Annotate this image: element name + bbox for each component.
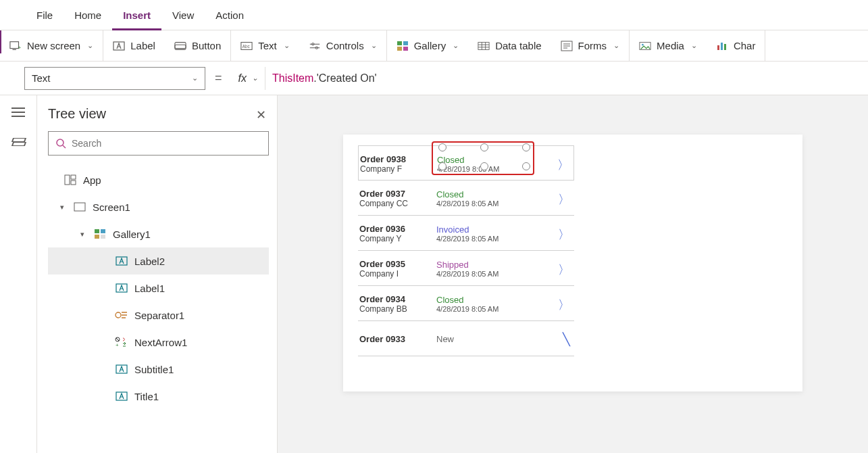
chart-button[interactable]: Char xyxy=(707,30,765,62)
caret-down-icon: ▾ xyxy=(80,230,87,239)
label-icon xyxy=(113,40,125,52)
next-arrow-icon[interactable]: 〉 xyxy=(558,262,570,278)
button-label: Button xyxy=(192,40,221,51)
next-arrow-icon[interactable]: 〉 xyxy=(558,297,570,313)
gallery-row[interactable]: Order 0934Company BBClosed4/28/2019 8:05… xyxy=(358,286,574,321)
tree-label: Gallery1 xyxy=(113,229,151,240)
gallery-row[interactable]: Order 0933New╲ xyxy=(358,321,574,356)
search-box[interactable] xyxy=(48,131,269,156)
order-company: Company Y xyxy=(359,234,436,243)
chevron-down-icon: ⌄ xyxy=(691,41,697,50)
svg-rect-0 xyxy=(10,41,19,48)
tree-label: App xyxy=(83,174,101,186)
gallery-preview[interactable]: Order 0938Company FClosed4/28/2019 8:05 … xyxy=(358,145,574,356)
chevron-down-icon: ⌄ xyxy=(613,41,619,50)
order-company: Company F xyxy=(360,164,437,174)
text-button[interactable]: Abc Text ⌄ xyxy=(231,30,299,62)
next-arrow-icon[interactable]: 〉 xyxy=(557,157,569,173)
main-area: Tree view ✕ App ▾ Screen1 ▾ Gallery1 Lab… xyxy=(0,95,868,453)
tree-label: Subtitle1 xyxy=(134,364,174,375)
order-id: Order 0937 xyxy=(359,189,436,199)
search-input[interactable] xyxy=(72,138,261,149)
close-icon[interactable]: ✕ xyxy=(256,108,266,122)
gallery-label: Gallery xyxy=(414,40,446,51)
gallery-row[interactable]: Order 0937Company CCClosed4/28/2019 8:05… xyxy=(358,181,574,216)
tree-node-nextarrow1[interactable]: +NextArrow1 xyxy=(48,329,269,356)
formula-input[interactable]: ThisItem.'Created On' xyxy=(265,72,377,85)
fx-button[interactable]: fx⌄ xyxy=(232,67,265,90)
tree-node-subtitle1[interactable]: Subtitle1 xyxy=(48,356,269,383)
forms-label: Forms xyxy=(578,40,607,51)
forms-button[interactable]: Forms ⌄ xyxy=(551,30,630,62)
tree-label: Screen1 xyxy=(93,201,130,213)
gallery-row[interactable]: Order 0936Company YInvoiced4/28/2019 8:0… xyxy=(358,216,574,251)
label-button[interactable]: Label xyxy=(103,30,165,62)
formula-token-rest: .'Created On' xyxy=(313,72,376,84)
label-icon xyxy=(114,282,129,294)
tree-node-label2[interactable]: Label2 xyxy=(48,247,269,275)
svg-point-42 xyxy=(116,312,121,318)
gallery-icon xyxy=(93,228,107,240)
button-button[interactable]: Button xyxy=(165,30,230,62)
order-id: Order 0933 xyxy=(359,334,436,344)
media-button[interactable]: Media ⌄ xyxy=(630,30,707,62)
datatable-button[interactable]: Data table xyxy=(468,30,551,62)
formula-bar: Text ⌄ = fx⌄ ThisItem.'Created On' xyxy=(0,62,868,95)
arr-icon: + xyxy=(114,336,129,348)
gallery-icon xyxy=(397,40,409,52)
chevron-down-icon: ⌄ xyxy=(284,41,290,50)
next-arrow-icon[interactable]: 〉 xyxy=(558,191,570,208)
tree-node-separator1[interactable]: Separator1 xyxy=(48,302,269,329)
svg-rect-29 xyxy=(724,44,726,50)
controls-button[interactable]: Controls ⌄ xyxy=(299,30,386,62)
svg-rect-13 xyxy=(403,41,408,45)
order-company: Company CC xyxy=(359,199,436,208)
caret-down-icon: ▾ xyxy=(60,203,67,212)
screen-icon xyxy=(72,201,87,213)
chevron-down-icon: ⌄ xyxy=(453,41,459,50)
tree-node-app[interactable]: App xyxy=(48,166,269,193)
svg-rect-35 xyxy=(74,203,85,211)
canvas[interactable]: Order 0938Company FClosed4/28/2019 8:05 … xyxy=(278,95,868,453)
svg-rect-4 xyxy=(175,42,186,48)
media-icon xyxy=(639,40,651,52)
tree-node-gallery[interactable]: ▾ Gallery1 xyxy=(48,220,269,247)
label-icon xyxy=(114,255,129,267)
gallery-row[interactable]: Order 0938Company FClosed4/28/2019 8:05 … xyxy=(358,145,574,181)
order-date: 4/28/2019 8:05 AM xyxy=(436,199,538,208)
gallery-button[interactable]: Gallery ⌄ xyxy=(387,30,469,62)
menu-file[interactable]: File xyxy=(26,0,63,30)
next-arrow-icon[interactable]: 〉 xyxy=(558,226,570,243)
svg-rect-33 xyxy=(71,175,76,179)
menu-insert[interactable]: Insert xyxy=(112,0,161,30)
svg-text:+: + xyxy=(116,342,119,348)
menu-action[interactable]: Action xyxy=(205,0,255,30)
tree-view-panel: Tree view ✕ App ▾ Screen1 ▾ Gallery1 Lab… xyxy=(37,95,278,453)
order-status: Closed xyxy=(436,189,538,199)
svg-line-31 xyxy=(63,145,66,148)
search-icon xyxy=(55,138,66,149)
svg-point-30 xyxy=(57,139,63,146)
forms-icon xyxy=(561,40,573,52)
menu-view[interactable]: View xyxy=(161,0,205,30)
tree-title: Tree view xyxy=(48,106,269,122)
tree-node-title1[interactable]: Title1 xyxy=(48,383,269,410)
next-arrow-icon[interactable]: ╲ xyxy=(563,332,570,347)
svg-rect-15 xyxy=(403,47,408,51)
menu-home[interactable]: Home xyxy=(63,0,112,30)
hamburger-icon[interactable] xyxy=(11,108,25,117)
tree-node-screen[interactable]: ▾ Screen1 xyxy=(48,193,269,220)
rail-indicator xyxy=(0,30,1,53)
svg-rect-5 xyxy=(175,45,186,49)
text-icon: Abc xyxy=(240,40,253,52)
gallery-row[interactable]: Order 0935Company IShipped4/28/2019 8:05… xyxy=(358,251,574,286)
svg-text:Abc: Abc xyxy=(242,43,250,48)
new-screen-button[interactable]: + New screen ⌄ xyxy=(0,30,103,62)
property-label: Text xyxy=(32,72,51,84)
chart-label: Char xyxy=(734,40,756,51)
chart-icon xyxy=(716,40,728,52)
tree-node-label1[interactable]: Label1 xyxy=(48,275,269,302)
property-dropdown[interactable]: Text ⌄ xyxy=(24,67,205,90)
layers-icon[interactable] xyxy=(11,133,26,148)
svg-rect-37 xyxy=(101,229,105,233)
